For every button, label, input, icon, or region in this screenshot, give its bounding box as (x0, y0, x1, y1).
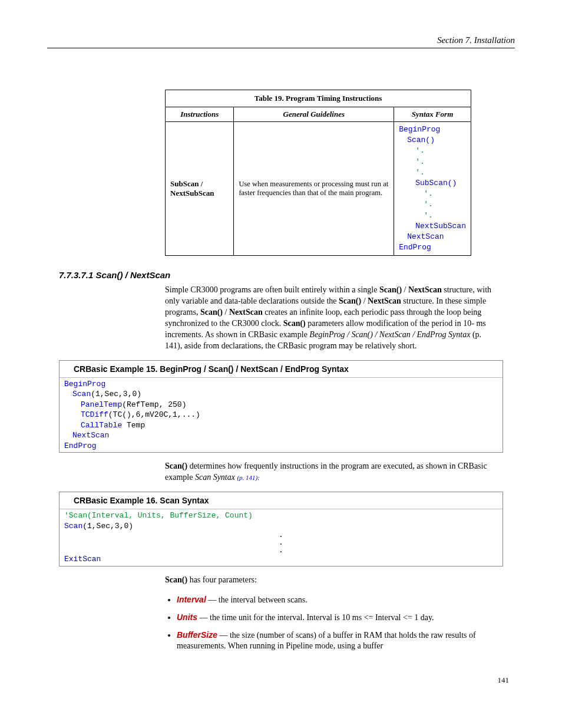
code-kw: NextSubScan (415, 222, 466, 230)
code-comment: '. (424, 189, 433, 198)
code-kw: BeginProg (399, 125, 440, 134)
page-header: Section 7. Installation (47, 35, 515, 48)
code-text: (TC(),6,mV20C,1,...) (108, 410, 200, 419)
th-syntax: Syntax Form (394, 107, 471, 122)
row-syntax: BeginProg Scan() '. '. '. SubScan() '. '… (394, 122, 471, 256)
list-item: Units — the time unit for the interval. … (177, 612, 507, 624)
code-kw: BeginProg (64, 380, 105, 388)
code-comment: '. (424, 200, 433, 209)
param-desc: — the time unit for the interval. Interv… (197, 613, 434, 622)
section-heading: 7.7.3.7.1 Scan() / NextScan (59, 270, 515, 280)
code-kw: EndProg (399, 243, 431, 252)
code-comment: '. (424, 211, 433, 220)
code-kw: Scan() (407, 136, 435, 144)
code-kw: ExitScan (64, 555, 101, 564)
code-kw: Scan (64, 522, 82, 531)
timing-instructions-table: Table 19. Program Timing Instructions In… (165, 90, 471, 256)
paragraph-3: Scan() has four parameters: (165, 575, 495, 586)
code-kw: SubScan() (415, 179, 457, 187)
param-desc: — the interval between scans. (206, 595, 308, 604)
row-guideline: Use when measurements or processing must… (234, 122, 394, 256)
code-kw: CallTable (81, 421, 122, 430)
code-kw: NextScan (407, 232, 444, 241)
code-kw: Scan (72, 390, 91, 398)
table-caption: Table 19. Program Timing Instructions (166, 90, 471, 107)
code-text: (RefTemp, 250) (122, 400, 186, 409)
code-kw: PanelTemp (81, 400, 122, 409)
th-instructions: Instructions (166, 107, 234, 122)
code-comment: '. (415, 146, 425, 155)
code-comment: '. (415, 157, 425, 166)
crbasic-example-16: CRBasic Example 16. Scan Syntax 'Scan(In… (59, 492, 503, 566)
crbasic-example-15: CRBasic Example 15. BeginProg / Scan() /… (59, 360, 503, 453)
code-kw: TCDiff (81, 410, 108, 419)
page-ref-link[interactable]: (p. 141): (237, 474, 260, 481)
paragraph-2: Scan() determines how frequently instruc… (165, 461, 495, 483)
param-name: Interval (177, 595, 206, 604)
example-title: CRBasic Example 15. BeginProg / Scan() /… (59, 361, 503, 378)
list-item: BufferSize — the size (number of scans) … (177, 630, 507, 653)
code-text: (1,Sec,3,0) (91, 390, 141, 398)
code-comment: '. (415, 168, 425, 177)
param-name: Units (177, 612, 197, 622)
code-dot: . (64, 546, 498, 554)
param-desc: — the size (number of scans) of a buffer… (177, 631, 476, 651)
paragraph-1: Simple CR3000 programs are often built e… (165, 285, 495, 351)
code-text: (1,Sec,3,0) (82, 522, 133, 531)
code-kw: EndProg (64, 442, 97, 450)
example-title: CRBasic Example 16. Scan Syntax (59, 492, 503, 509)
th-guidelines: General Guidelines (234, 107, 394, 122)
list-item: Interval — the interval between scans. (177, 594, 507, 606)
row-instruction-label: SubScan / NextSubScan (166, 122, 234, 256)
page-number: 141 (47, 676, 515, 685)
code-comment: 'Scan(Interval, Units, BufferSize, Count… (64, 511, 253, 520)
code-text: Temp (122, 421, 145, 430)
param-name: BufferSize (177, 630, 217, 640)
code-kw: NextScan (72, 431, 109, 440)
parameter-list: Interval — the interval between scans. U… (165, 594, 507, 653)
